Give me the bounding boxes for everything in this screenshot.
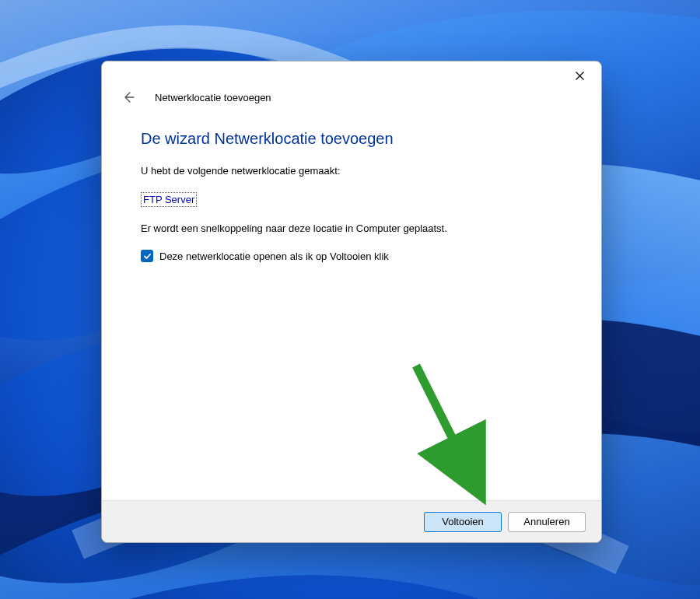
wizard-dialog: Netwerklocatie toevoegen De wizard Netwe… (101, 61, 602, 543)
dialog-footer: Voltooien Annuleren (102, 500, 601, 542)
wizard-heading: De wizard Netwerklocatie toevoegen (141, 130, 562, 148)
location-link[interactable]: FTP Server (141, 192, 197, 207)
cancel-button[interactable]: Annuleren (508, 512, 586, 532)
dialog-body: De wizard Netwerklocatie toevoegen U heb… (102, 116, 601, 500)
back-arrow-icon (122, 91, 135, 103)
shortcut-text: Er wordt een snelkoppeling naar deze loc… (141, 222, 562, 234)
intro-text: U hebt de volgende netwerklocatie gemaak… (141, 165, 562, 177)
open-after-finish-checkbox[interactable] (141, 250, 153, 262)
checkmark-icon (143, 252, 152, 261)
finish-button[interactable]: Voltooien (424, 512, 502, 532)
close-button[interactable] (564, 64, 595, 87)
open-after-finish-checkbox-row: Deze netwerklocatie openen als ik op Vol… (141, 250, 562, 262)
checkbox-label: Deze netwerklocatie openen als ik op Vol… (159, 250, 389, 262)
dialog-titlebar (102, 61, 601, 89)
dialog-header: Netwerklocatie toevoegen (102, 86, 601, 116)
back-button[interactable] (117, 86, 139, 108)
close-icon (576, 72, 584, 80)
dialog-title: Netwerklocatie toevoegen (155, 92, 271, 103)
